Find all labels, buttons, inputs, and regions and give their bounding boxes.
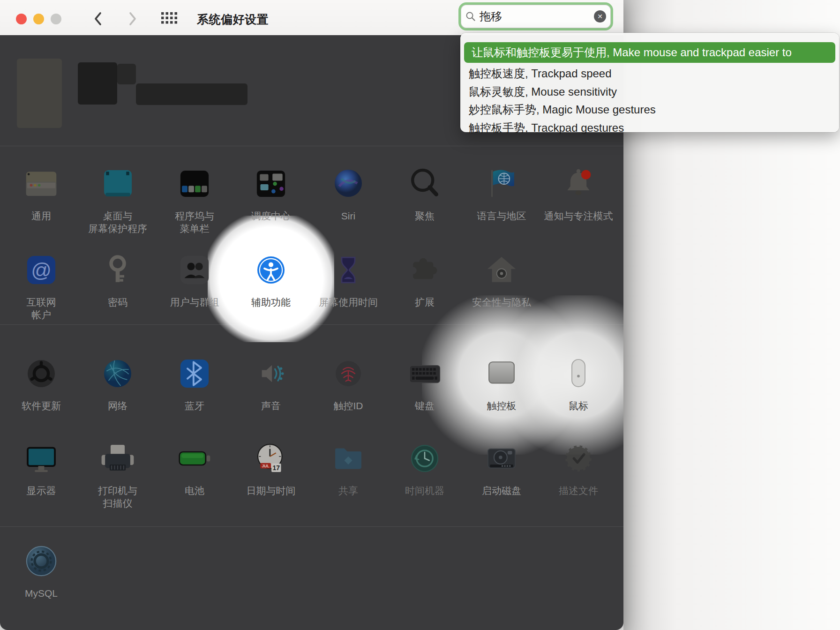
general-icon xyxy=(0,158,83,210)
grid-dots-icon xyxy=(161,12,180,24)
extensions-icon xyxy=(382,244,467,296)
softwareupdate-icon xyxy=(0,348,83,399)
pref-pane-label: 程序坞与 菜单栏 xyxy=(152,210,237,235)
pref-pane-notifications[interactable]: 通知与专注模式 xyxy=(536,158,621,222)
mouse-icon xyxy=(536,348,621,399)
section-divider xyxy=(0,324,623,325)
titlebar: 系统偏好设置 拖移 ✕ xyxy=(0,0,623,36)
pref-pane-trackpad[interactable]: 触控板 xyxy=(459,348,544,412)
keyboard-icon xyxy=(382,348,467,399)
pref-pane-label: 打印机与 扫描仪 xyxy=(75,484,160,510)
search-input-value[interactable]: 拖移 xyxy=(480,9,502,24)
close-button[interactable] xyxy=(16,14,27,24)
pref-pane-printers[interactable]: 打印机与 扫描仪 xyxy=(75,433,160,510)
accessibility-icon xyxy=(229,244,313,296)
search-field[interactable]: 拖移 ✕ xyxy=(458,2,613,30)
pref-pane-mouse[interactable]: 鼠标 xyxy=(536,348,621,412)
pref-pane-extensions[interactable]: 扩展 xyxy=(382,244,467,308)
pref-pane-label: 桌面与 屏幕保护程序 xyxy=(75,210,160,235)
forward-button[interactable] xyxy=(124,10,141,27)
pref-pane-label: 通知与专注模式 xyxy=(536,210,621,222)
pref-pane-label: 鼠标 xyxy=(536,399,621,412)
show-all-preferences-button[interactable] xyxy=(161,12,180,24)
mysql-icon xyxy=(0,535,83,587)
pref-pane-internet[interactable]: @互联网 帐户 xyxy=(0,244,83,321)
pref-pane-general[interactable]: 通用 xyxy=(0,158,83,222)
pref-pane-passwords[interactable]: 密码 xyxy=(75,244,160,308)
desktop-background: 系统偏好设置 拖移 ✕ 通用桌面与 屏幕保护程序程序坞与 菜单栏 xyxy=(0,0,840,630)
pref-pane-label: 互联网 帐户 xyxy=(0,296,83,321)
search-suggestion[interactable]: 触控板速度, Trackpad speed xyxy=(460,65,839,83)
network-icon xyxy=(75,348,160,399)
touchid-icon xyxy=(306,348,390,399)
profiles-icon xyxy=(536,433,621,484)
pref-pane-label: 时间机器 xyxy=(382,484,467,497)
pref-pane-label: 屏幕使用时间 xyxy=(306,296,390,308)
pref-pane-label: 网络 xyxy=(75,399,160,412)
sharing-icon xyxy=(306,433,390,484)
search-suggestion[interactable]: 触控板手势, Trackpad gestures xyxy=(460,119,839,137)
section-divider xyxy=(0,146,623,146)
pref-pane-bluetooth[interactable]: 蓝牙 xyxy=(152,348,237,412)
chevron-left-icon xyxy=(90,10,107,27)
zoom-button[interactable] xyxy=(51,14,61,24)
users-icon xyxy=(152,244,237,296)
search-suggestions-dropdown: 让鼠标和触控板更易于使用, Make mouse and trackpad ea… xyxy=(460,33,839,132)
pref-pane-dock[interactable]: 程序坞与 菜单栏 xyxy=(152,158,237,235)
pref-pane-accessibility[interactable]: 辅助功能 xyxy=(229,244,313,308)
pref-pane-displays[interactable]: 显示器 xyxy=(0,433,83,497)
clear-search-button[interactable]: ✕ xyxy=(594,10,606,22)
pref-pane-language[interactable]: 语言与地区 xyxy=(459,158,544,222)
pref-pane-network[interactable]: 网络 xyxy=(75,348,160,412)
search-suggestion-selected[interactable]: 让鼠标和触控板更易于使用, Make mouse and trackpad ea… xyxy=(464,42,835,63)
sound-icon xyxy=(229,348,313,399)
pref-pane-users[interactable]: 用户与群组 xyxy=(152,244,237,308)
pref-pane-label: 密码 xyxy=(75,296,160,308)
trackpad-icon xyxy=(459,348,544,399)
pref-pane-label: 蓝牙 xyxy=(152,399,237,412)
pref-pane-desktop[interactable]: 桌面与 屏幕保护程序 xyxy=(75,158,160,235)
datetime-icon: JUL17 xyxy=(229,433,313,484)
search-suggestion-list: 触控板速度, Trackpad speed鼠标灵敏度, Mouse sensit… xyxy=(460,65,839,137)
back-button[interactable] xyxy=(90,10,107,27)
section-divider xyxy=(0,526,623,527)
pref-pane-sharing[interactable]: 共享 xyxy=(306,433,390,497)
pref-pane-label: 聚焦 xyxy=(382,210,467,222)
pref-pane-timemachine[interactable]: 时间机器 xyxy=(382,433,467,497)
pref-pane-touchid[interactable]: 触控ID xyxy=(306,348,390,412)
pref-pane-keyboard[interactable]: 键盘 xyxy=(382,348,467,412)
pref-pane-startupdisk[interactable]: 启动磁盘 xyxy=(459,433,544,497)
minimize-button[interactable] xyxy=(33,14,44,24)
pref-pane-siri[interactable]: Siri xyxy=(306,158,390,222)
pref-pane-label: 电池 xyxy=(152,484,237,497)
printers-icon xyxy=(75,433,160,484)
pref-pane-label: MySQL xyxy=(0,587,83,600)
svg-text:17: 17 xyxy=(273,464,280,472)
pref-pane-profiles[interactable]: 描述文件 xyxy=(536,433,621,497)
pref-pane-spotlight[interactable]: 聚焦 xyxy=(382,158,467,222)
search-suggestion[interactable]: 鼠标灵敏度, Mouse sensitivity xyxy=(460,83,839,101)
pref-pane-softwareupdate[interactable]: 软件更新 xyxy=(0,348,83,412)
siri-icon xyxy=(306,158,390,210)
pref-pane-label: 辅助功能 xyxy=(229,296,313,308)
notifications-icon xyxy=(536,158,621,210)
pref-pane-label: 扩展 xyxy=(382,296,467,308)
svg-text:@: @ xyxy=(31,259,52,281)
pref-pane-screentime[interactable]: 屏幕使用时间 xyxy=(306,244,390,308)
pref-pane-datetime[interactable]: JUL17日期与时间 xyxy=(229,433,313,497)
pref-pane-sound[interactable]: 声音 xyxy=(229,348,313,412)
pref-pane-security[interactable]: 安全性与隐私 xyxy=(459,244,544,308)
startupdisk-icon xyxy=(459,433,544,484)
displays-icon xyxy=(0,433,83,484)
desktop-icon xyxy=(75,158,160,210)
pref-pane-label: 显示器 xyxy=(0,484,83,497)
pref-pane-label: 日期与时间 xyxy=(229,484,313,497)
pref-pane-battery[interactable]: 电池 xyxy=(152,433,237,497)
passwords-icon xyxy=(75,244,160,296)
pref-pane-label: 共享 xyxy=(306,484,390,497)
search-suggestion[interactable]: 妙控鼠标手势, Magic Mouse gestures xyxy=(460,101,839,119)
pref-pane-label: 触控ID xyxy=(306,399,390,412)
pref-pane-mysql[interactable]: MySQL xyxy=(0,535,83,600)
timemachine-icon xyxy=(382,433,467,484)
pref-pane-missioncontrol[interactable]: 调度中心 xyxy=(229,158,313,222)
